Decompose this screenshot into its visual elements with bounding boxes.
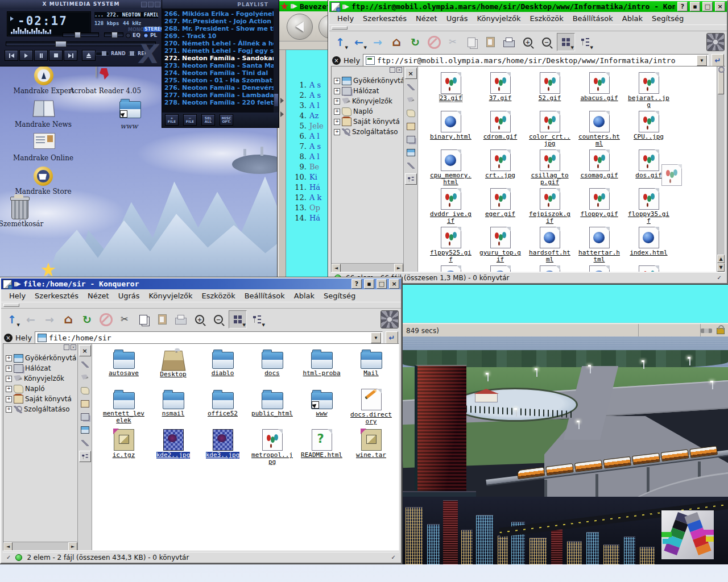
file-icon[interactable]: bejarat..jpg [624,70,673,109]
tree-item-bookmarks[interactable]: +Könyvjelzők [6,373,77,384]
window-pin-icon[interactable] [342,5,349,9]
stop-button[interactable] [49,50,63,61]
playlist-entry[interactable]: 266. Miklósa Erika - Fogolyének [164,10,274,18]
file-icon[interactable]: flppy525.gif [426,225,475,263]
cut-button[interactable]: ✂ [116,311,133,328]
file-icon[interactable]: ?README.html [297,427,346,467]
go-button[interactable]: ↵ [386,331,398,344]
copy-button[interactable] [135,311,152,328]
play-button[interactable] [19,50,33,61]
tree-horizontal-scrollbar[interactable]: ◄ ► [3,542,77,550]
reload-button[interactable]: ↻ [78,311,96,328]
page-list-item[interactable]: 8.A l [286,152,324,163]
seek-slider[interactable] [6,41,156,46]
stop-button[interactable] [425,34,442,51]
location-input[interactable]: ftp://sir@mobil.olympia.mars/home/sir/De… [363,54,709,67]
page-list-item[interactable]: 9.Be [286,163,324,173]
clear-location-icon[interactable]: × [4,334,13,342]
paste-button[interactable] [482,34,499,51]
scroll-left-button[interactable]: ◄ [332,264,341,272]
file-icon[interactable]: Mail [346,346,396,386]
playlist-entry[interactable]: 267. Mr.President - Jojo Action [164,18,274,25]
window-pin-icon[interactable] [14,282,21,286]
minimize-button[interactable]: ▪ [690,2,700,11]
xmms-minimize-icon[interactable] [141,2,147,7]
home-button[interactable]: ⌂ [388,34,405,51]
menu-szerkesztes[interactable]: Szerkesztés [358,13,411,24]
file-icon[interactable]: dvddr ive.gif [426,186,475,225]
file-icon[interactable]: fejpiszok.gif [525,186,574,225]
tree-item-root[interactable]: +Gyökérkönyvtá [6,353,77,363]
statusbar-handle-icon[interactable]: ✓ [717,275,722,281]
expand-icon[interactable]: + [6,386,12,392]
scroll-right-button[interactable]: ► [394,264,403,272]
file-icon[interactable]: hattertar.html [574,225,624,263]
sidebar-tree-toggle[interactable] [405,173,417,185]
file-icon-partial[interactable] [475,263,525,272]
expand-icon[interactable]: + [6,376,12,382]
sidebar-home-icon[interactable] [80,398,90,409]
expand-icon[interactable]: + [334,88,340,94]
tree-view-button[interactable]: ▼ [577,34,594,51]
sidebar-services-icon[interactable] [406,160,416,171]
close-button[interactable]: × [389,279,399,289]
expand-icon[interactable]: + [334,78,340,84]
print-button[interactable] [500,34,518,51]
file-icon-partial[interactable] [624,263,673,272]
tree-item-network[interactable]: +Hálózat [6,363,77,373]
tree-item-history[interactable]: +Napló [6,384,77,394]
file-icon[interactable]: metropol..jpg [247,427,297,467]
tree-horizontal-scrollbar[interactable]: ◄ ► [332,263,403,272]
security-lock-icon[interactable] [717,328,725,334]
menu-hely[interactable]: Hely [5,290,30,301]
page-list-item[interactable]: 4.Az [286,111,324,122]
expand-icon[interactable]: + [6,365,12,372]
close-button[interactable]: × [715,2,725,11]
expand-icon[interactable]: + [6,355,12,361]
playlist-entry-current[interactable]: 272. Neoton Família - Sandokan [164,55,274,62]
file-icon[interactable]: binary.html [426,109,475,147]
collapsed-toolbar-handle[interactable] [329,24,727,31]
next-button[interactable] [64,50,77,61]
expand-icon[interactable]: + [334,119,340,125]
sidebar-root-icon[interactable] [406,147,416,157]
home-titlebar[interactable]: file:/home/sir - Konqueror ? ▪ □ × [1,278,401,289]
window-pin-icon[interactable] [291,4,297,9]
page-list-item[interactable]: 7.A s [286,142,324,152]
expand-icon[interactable]: + [334,98,340,105]
file-icon[interactable]: ic.tgz [99,427,148,467]
playlist-entry[interactable]: 277. Neoton Família - Lambada [164,92,274,99]
playlist-misc-button[interactable]: MISC OPT. [220,114,233,126]
sidebar-services-icon[interactable] [80,438,90,448]
expand-icon[interactable]: + [6,396,12,402]
sidebar-history-icon[interactable] [406,108,416,118]
playlist-entry[interactable]: 278. Neoton Família - 220 felett [164,99,274,106]
menu-ugras[interactable]: Ugrás [442,13,473,24]
file-icon[interactable]: csillag_top.gif [525,147,574,186]
tree-item-services[interactable]: +Szolgáltatáso [334,127,403,137]
menu-beallitasok[interactable]: Beállítások [240,290,289,301]
ftp-vertical-scrollbar[interactable]: ▲ ▼ [717,66,725,272]
file-icon[interactable]: docs [247,346,297,386]
playlist-entry[interactable]: 274. Neoton Família - Tini dal [164,69,274,77]
file-icon[interactable]: eger.gif [475,186,525,225]
zoom-out-button[interactable]: − [210,311,227,328]
location-dropdown-button[interactable]: ▼ [697,55,707,66]
sidebar-config-icon[interactable] [406,82,416,92]
xmms-track-title[interactable]: ... 272. NEOTON FAMILIA - SAN [94,12,158,18]
desktop-icon-mandrake-expert[interactable]: Mandrake Expert [13,66,75,95]
page-list-item[interactable]: 14.Há [286,214,324,224]
icon-view-button[interactable]: ▼ [229,310,247,329]
previous-button[interactable] [5,50,18,61]
file-icon[interactable]: nsmail [148,386,198,427]
sidebar-config-icon[interactable] [80,359,90,369]
file-icon[interactable]: html-proba [297,346,346,386]
maximize-button[interactable]: □ [377,279,387,289]
help-button[interactable]: ? [677,2,688,11]
desktop-icon-mandrake-store[interactable]: Mandrake Store [12,167,75,196]
expand-icon[interactable]: + [334,129,340,135]
online-plug-icon[interactable] [701,329,712,333]
dock-close-icon[interactable]: × [71,344,76,350]
menu-ablak[interactable]: Ablak [289,290,319,301]
dock-float-icon[interactable] [390,67,395,73]
